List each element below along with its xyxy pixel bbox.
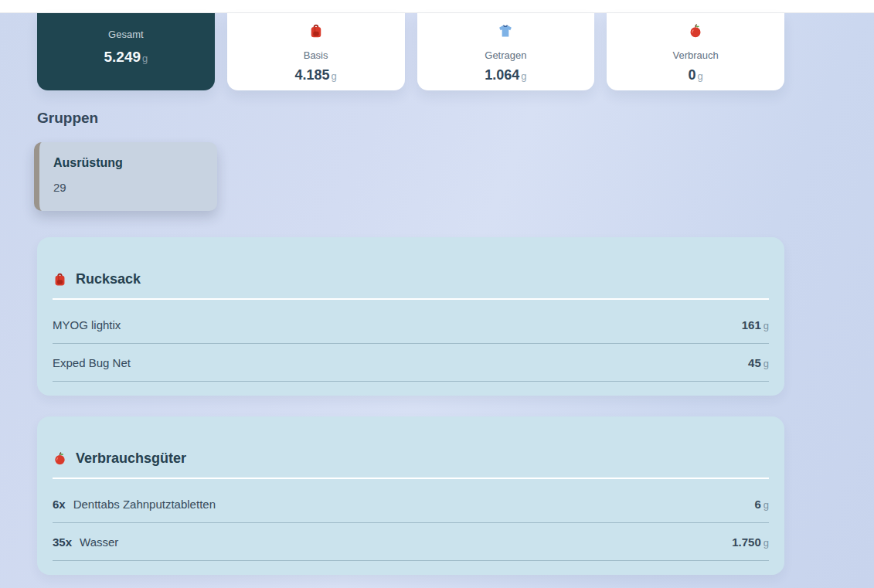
item-name-wrap: MYOG lightix xyxy=(53,318,121,331)
unit-label: g xyxy=(763,320,769,331)
item-quantity: 35x xyxy=(53,535,72,549)
group-item-count: 29 xyxy=(53,181,217,195)
unit-label: g xyxy=(142,53,148,64)
stat-label: Gesamt xyxy=(108,29,144,41)
top-bar xyxy=(0,0,874,13)
stat-value: 0g xyxy=(689,66,703,85)
item-name-wrap: Exped Bug Net xyxy=(53,356,131,369)
item-name: Denttabs Zahnputztabletten xyxy=(73,498,216,511)
item-row[interactable]: 6xDenttabs Zahnputztabletten 6g xyxy=(53,485,769,523)
unit-label: g xyxy=(763,537,769,549)
item-row[interactable]: MYOG lightix 161g xyxy=(53,306,769,344)
item-rows: MYOG lightix 161g Exped Bug Net 45g xyxy=(53,306,769,382)
item-name-wrap: 35xWasser xyxy=(53,535,118,549)
item-name: Exped Bug Net xyxy=(53,356,131,369)
group-card-ausruestung[interactable]: Ausrüstung 29 xyxy=(34,142,217,211)
stat-label: Basis xyxy=(304,49,328,62)
backpack-icon xyxy=(53,272,67,287)
category-card-rucksack: Rucksack MYOG lightix 161g Exped Bug Net… xyxy=(37,237,784,396)
item-weight: 161g xyxy=(742,318,769,331)
item-row[interactable]: 35xWasser 1.750g xyxy=(53,523,769,561)
category-card-verbrauchsgueter: Verbrauchsgüter 6xDenttabs Zahnputztable… xyxy=(37,416,784,575)
stat-value: 1.064g xyxy=(485,66,526,85)
item-weight: 6g xyxy=(754,498,769,511)
unit-label: g xyxy=(332,70,337,82)
tshirt-icon xyxy=(498,22,513,39)
item-row[interactable]: Exped Bug Net 45g xyxy=(53,344,769,382)
apple-icon xyxy=(688,22,703,39)
stat-label: Verbrauch xyxy=(672,49,718,62)
item-weight: 1.750g xyxy=(732,535,769,549)
item-rows: 6xDenttabs Zahnputztabletten 6g 35xWasse… xyxy=(53,485,769,561)
unit-label: g xyxy=(698,70,703,82)
item-weight: 45g xyxy=(748,356,769,369)
apple-icon xyxy=(53,451,67,466)
item-name: MYOG lightix xyxy=(53,318,121,331)
category-title: Rucksack xyxy=(76,271,141,287)
backpack-icon xyxy=(308,22,324,39)
stat-label: Getragen xyxy=(485,49,526,62)
stat-card-getragen: Getragen 1.064g xyxy=(417,13,595,90)
stat-value: 5.249g xyxy=(104,49,148,67)
stat-card-verbrauch: Verbrauch 0g xyxy=(607,13,784,90)
category-header: Verbrauchsgüter xyxy=(53,450,769,479)
stat-value: 4.185g xyxy=(294,66,336,85)
stat-card-gesamt: Gesamt 5.249g xyxy=(37,13,215,90)
unit-label: g xyxy=(763,499,769,511)
unit-label: g xyxy=(521,70,526,82)
stats-row: Gesamt 5.249g Basis 4.185g xyxy=(37,13,784,90)
group-name: Ausrüstung xyxy=(53,155,217,170)
unit-label: g xyxy=(763,358,769,369)
item-name: Wasser xyxy=(80,535,118,549)
page-content: Gesamt 5.249g Basis 4.185g xyxy=(37,13,784,575)
category-title: Verbrauchsgüter xyxy=(76,450,186,467)
item-quantity: 6x xyxy=(53,498,66,511)
item-name-wrap: 6xDenttabs Zahnputztabletten xyxy=(53,498,216,511)
stat-card-basis: Basis 4.185g xyxy=(227,13,405,90)
category-header: Rucksack xyxy=(53,271,769,300)
groups-heading: Gruppen xyxy=(37,110,784,127)
